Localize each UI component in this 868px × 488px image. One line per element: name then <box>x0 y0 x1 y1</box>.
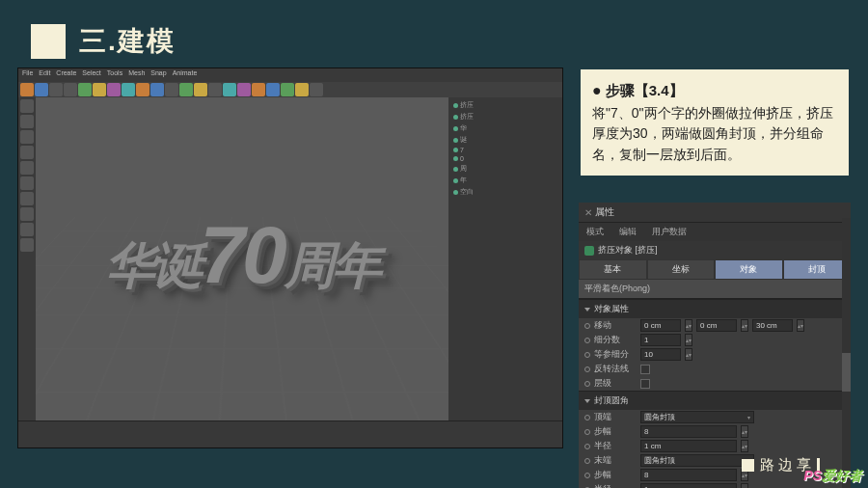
tool-icon[interactable] <box>20 146 34 159</box>
spinner[interactable]: ▴▾ <box>685 334 692 346</box>
input-subdiv[interactable]: 1 <box>640 334 681 346</box>
object-name: 挤压对象 [挤压] <box>598 244 658 257</box>
hierarchy-item[interactable]: 诞 <box>460 135 467 145</box>
object-manager[interactable]: 挤压 挤压 华 诞 7 0 周 年 空白 <box>448 97 562 420</box>
hierarchy-item[interactable]: 7 <box>460 147 464 153</box>
input-radius1[interactable]: 1 cm <box>640 440 737 452</box>
input-move-z[interactable]: 30 cm <box>752 319 793 332</box>
tool-icon[interactable] <box>310 83 323 96</box>
tool-icon[interactable] <box>20 223 34 236</box>
input-isosubdiv[interactable]: 10 <box>640 348 681 361</box>
hierarchy-item[interactable]: 空白 <box>460 187 474 197</box>
spinner[interactable]: ▴▾ <box>741 483 748 488</box>
timeline[interactable] <box>18 420 562 447</box>
label-end: 末端 <box>594 454 637 467</box>
hierarchy-item[interactable]: 年 <box>460 176 467 185</box>
tool-icon[interactable] <box>20 115 34 128</box>
hierarchy-item[interactable]: 挤压 <box>460 112 474 122</box>
hierarchy-item[interactable]: 周 <box>460 164 467 174</box>
input-steps2[interactable]: 8 <box>640 469 737 481</box>
tool-icon[interactable] <box>20 176 34 190</box>
spinner[interactable]: ▴▾ <box>741 425 748 438</box>
close-icon[interactable]: ✕ <box>584 207 592 218</box>
tool-icon[interactable] <box>107 83 121 96</box>
attribute-tabs: 基本 坐标 对象 封顶 <box>579 259 851 280</box>
hierarchy-item[interactable]: 挤压 <box>460 100 474 110</box>
tool-icon[interactable] <box>20 238 34 252</box>
tool-icon[interactable] <box>281 83 294 96</box>
tool-icon[interactable] <box>20 161 34 175</box>
tool-icon[interactable] <box>208 83 222 96</box>
tool-icon[interactable] <box>20 207 34 221</box>
label-steps: 步幅 <box>594 469 637 481</box>
dropdown-end[interactable]: 圆角封顶▾ <box>640 454 754 467</box>
tool-icon[interactable] <box>223 83 236 96</box>
viewport[interactable]: 华诞70周年 <box>36 97 448 420</box>
hierarchy-item[interactable]: 0 <box>460 155 464 162</box>
menu-item[interactable]: Snap <box>150 69 166 81</box>
mode-tab[interactable]: 模式 <box>579 223 611 241</box>
spinner[interactable]: ▴▾ <box>741 440 748 452</box>
panel-title: 属性 <box>595 205 614 219</box>
tool-icon[interactable] <box>20 83 34 96</box>
c4d-menubar[interactable]: File Edit Create Select Tools Mesh Snap … <box>18 68 562 82</box>
header-square-icon <box>31 24 66 59</box>
slide-header: 三.建模 <box>31 23 176 60</box>
tool-icon[interactable] <box>64 83 77 96</box>
label-subdiv: 细分数 <box>594 334 637 346</box>
scrollbar-thumb[interactable] <box>842 353 851 392</box>
dropdown-top[interactable]: 圆角封顶▾ <box>640 411 754 423</box>
input-move-y[interactable]: 0 cm <box>696 319 737 332</box>
tool-icon[interactable] <box>150 83 164 96</box>
tool-icon[interactable] <box>35 83 48 96</box>
tool-icon[interactable] <box>20 130 34 144</box>
label-top: 顶端 <box>594 411 637 423</box>
tab-object[interactable]: 对象 <box>715 259 783 280</box>
section-cap-round[interactable]: 封顶圆角 <box>579 391 851 410</box>
section-object-props[interactable]: 对象属性 <box>579 299 851 318</box>
tab-caps[interactable]: 封顶 <box>783 259 852 280</box>
tool-icon[interactable] <box>165 83 178 96</box>
tool-icon[interactable] <box>194 83 207 96</box>
menu-item[interactable]: Mesh <box>128 69 145 81</box>
menu-item[interactable]: Animate <box>173 69 198 81</box>
input-move-x[interactable]: 0 cm <box>640 319 681 332</box>
menu-item[interactable]: File <box>22 69 33 81</box>
tool-icon[interactable] <box>252 83 265 96</box>
tool-icon[interactable] <box>93 83 106 96</box>
input-radius2[interactable]: 1 cm <box>640 483 737 488</box>
hierarchy-item[interactable]: 华 <box>460 123 467 133</box>
spinner[interactable]: ▴▾ <box>685 348 692 361</box>
tool-icon[interactable] <box>78 83 92 96</box>
object-name-row: 挤压对象 [挤压] <box>579 241 851 259</box>
menu-item[interactable]: Select <box>82 69 100 81</box>
checkbox-flipnorm[interactable] <box>640 365 650 374</box>
tool-icon[interactable] <box>20 99 34 113</box>
phong-row[interactable]: 平滑着色(Phong) <box>579 280 851 299</box>
tool-icon[interactable] <box>20 192 34 205</box>
mode-tab[interactable]: 用户数据 <box>644 223 694 241</box>
mode-tab[interactable]: 编辑 <box>611 223 644 241</box>
label-isosubdiv: 等参细分 <box>594 348 637 361</box>
tool-icon[interactable] <box>295 83 309 96</box>
menu-item[interactable]: Create <box>56 69 76 81</box>
tool-icon[interactable] <box>266 83 280 96</box>
tool-icon[interactable] <box>237 83 251 96</box>
input-steps1[interactable]: 8 <box>640 425 737 438</box>
spinner[interactable]: ▴▾ <box>797 319 804 332</box>
spinner[interactable]: ▴▾ <box>741 319 748 332</box>
spinner[interactable]: ▴▾ <box>685 319 692 332</box>
instruction-note: ●步骤【3.4】 将"7、0"两个字的外圈做拉伸挤压，挤压厚度为30，两端做圆角… <box>579 68 851 177</box>
tool-icon[interactable] <box>49 83 63 96</box>
menu-item[interactable]: Edit <box>39 69 50 81</box>
tool-icon[interactable] <box>136 83 149 96</box>
tab-coord[interactable]: 坐标 <box>647 259 716 280</box>
scrollbar[interactable] <box>842 218 851 488</box>
label-radius: 半径 <box>594 440 637 452</box>
menu-item[interactable]: Tools <box>107 69 122 81</box>
tool-icon[interactable] <box>122 83 135 96</box>
tab-basic[interactable]: 基本 <box>579 259 647 280</box>
tool-icon[interactable] <box>179 83 193 96</box>
checkbox-hierarchy[interactable] <box>640 379 650 389</box>
slide-title: 三.建模 <box>79 23 176 60</box>
